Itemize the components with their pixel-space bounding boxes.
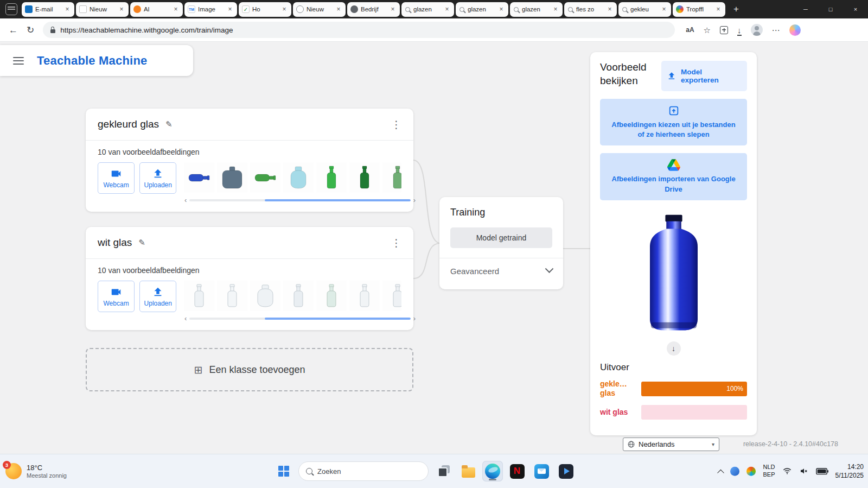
kebab-menu-icon[interactable]: ⋮ — [391, 118, 401, 131]
refresh-icon[interactable]: ↻ — [27, 26, 34, 35]
tab-close-icon[interactable]: × — [118, 5, 125, 13]
drive-import-button[interactable]: Afbeeldingen importeren van Google Drive — [600, 153, 747, 200]
browser-tab[interactable]: Nieuw× — [293, 2, 346, 17]
browser-tab[interactable]: E-mail× — [22, 2, 74, 17]
tab-close-icon[interactable]: × — [280, 5, 288, 13]
url-field[interactable]: https://teachablemachine.withgoogle.com/… — [43, 22, 675, 38]
copilot-icon[interactable] — [789, 24, 801, 36]
tab-close-icon[interactable]: × — [226, 5, 234, 13]
scroll-left-icon[interactable]: ‹ — [184, 315, 187, 322]
sample-image[interactable] — [184, 162, 214, 193]
scroll-right-icon[interactable]: › — [413, 315, 416, 322]
back-icon[interactable]: ← — [9, 26, 18, 35]
sample-image[interactable] — [217, 162, 247, 193]
sample-image[interactable] — [250, 162, 280, 193]
window-maximize-button[interactable]: □ — [818, 0, 843, 18]
tab-close-icon[interactable]: × — [606, 5, 614, 13]
volume-mute-icon[interactable] — [799, 467, 809, 476]
export-model-button[interactable]: Model exporteren — [661, 61, 747, 91]
collections-icon[interactable] — [720, 26, 728, 34]
sample-image[interactable] — [184, 281, 214, 311]
taskbar-clock[interactable]: 14:20 5/11/2025 — [835, 462, 864, 480]
tab-close-icon[interactable]: × — [389, 5, 397, 13]
window-minimize-button[interactable]: ─ — [793, 0, 818, 18]
url-text[interactable]: https://teachablemachine.withgoogle.com/… — [60, 26, 233, 34]
sample-image[interactable] — [217, 281, 247, 311]
webcam-button[interactable]: Webcam — [98, 162, 135, 194]
browser-tab[interactable]: Image× — [184, 2, 237, 17]
upload-button[interactable]: Uploaden — [139, 162, 176, 194]
new-tab-button[interactable]: + — [730, 3, 743, 16]
tab-actions-icon[interactable] — [5, 3, 17, 15]
scrollbar-thumb[interactable] — [265, 318, 411, 320]
tray-app-icon-2[interactable] — [746, 467, 756, 476]
tab-close-icon[interactable]: × — [63, 5, 71, 13]
sample-image[interactable] — [250, 281, 280, 311]
sample-image[interactable] — [349, 281, 380, 311]
tab-close-icon[interactable]: × — [172, 5, 180, 13]
window-close-button[interactable]: × — [843, 0, 868, 18]
scrollbar-thumb[interactable] — [265, 199, 411, 201]
text-size-icon[interactable]: aA — [686, 27, 694, 33]
browser-tab[interactable]: glazen× — [456, 2, 508, 17]
browser-tab[interactable]: gekleu× — [618, 2, 671, 17]
input-language-indicator[interactable]: NLD BEP — [763, 464, 775, 479]
profile-avatar[interactable] — [751, 24, 763, 36]
browser-tab[interactable]: Bedrijf× — [347, 2, 400, 17]
start-button[interactable] — [274, 461, 293, 481]
kebab-menu-icon[interactable]: ⋮ — [391, 237, 401, 249]
scroll-right-icon[interactable]: › — [413, 197, 416, 204]
tab-close-icon[interactable]: × — [335, 5, 342, 13]
sample-image[interactable] — [349, 162, 380, 193]
sample-thumbnails — [184, 281, 401, 311]
sample-image[interactable] — [283, 162, 314, 193]
sample-image[interactable] — [316, 162, 347, 193]
edit-pencil-icon[interactable]: ✎ — [165, 119, 173, 129]
taskbar-search[interactable]: Zoeken — [298, 461, 429, 481]
edit-pencil-icon[interactable]: ✎ — [138, 238, 145, 248]
netflix-button[interactable]: N — [507, 461, 527, 481]
browser-tab[interactable]: Al× — [130, 2, 183, 17]
sample-image[interactable] — [316, 281, 347, 311]
tab-close-icon[interactable]: × — [714, 5, 722, 13]
dropdown-arrow-icon: ▾ — [712, 441, 714, 447]
edge-browser-button[interactable] — [482, 461, 503, 481]
file-drop-zone[interactable]: Afbeeldingen kiezen uit je bestanden of … — [600, 99, 747, 145]
favorite-star-icon[interactable]: ☆ — [704, 26, 711, 34]
outlook-button[interactable] — [531, 461, 552, 481]
thumbnail-scrollbar[interactable] — [189, 199, 410, 201]
language-selector[interactable]: Nederlands ▾ — [623, 438, 719, 451]
sample-image[interactable] — [283, 281, 314, 311]
sample-image[interactable] — [382, 281, 401, 311]
tab-close-icon[interactable]: × — [443, 5, 451, 13]
task-view-button[interactable] — [433, 461, 454, 481]
battery-icon[interactable] — [816, 468, 828, 475]
browser-tab[interactable]: Ho× — [239, 2, 291, 17]
wifi-icon[interactable] — [782, 467, 792, 476]
media-app-button[interactable] — [556, 461, 576, 481]
hamburger-menu-icon[interactable] — [13, 57, 24, 65]
tab-close-icon[interactable]: × — [497, 5, 505, 13]
download-icon[interactable]: ↓ — [737, 26, 742, 34]
browser-tab[interactable]: glazen× — [401, 2, 454, 17]
sample-image[interactable] — [382, 162, 401, 193]
advanced-row[interactable]: Geavanceerd — [450, 258, 552, 276]
train-model-button[interactable]: Model getraind — [450, 227, 552, 248]
browser-tab[interactable]: fles zo× — [564, 2, 617, 17]
browser-tab[interactable]: Nieuw× — [76, 2, 129, 17]
scroll-down-button[interactable]: ↓ — [667, 341, 681, 356]
tray-chevron-up-icon[interactable] — [718, 469, 725, 476]
tab-close-icon[interactable]: × — [660, 5, 668, 13]
file-explorer-button[interactable] — [458, 461, 478, 481]
scroll-left-icon[interactable]: ‹ — [184, 197, 187, 204]
tray-app-icon-1[interactable] — [730, 467, 739, 476]
browser-tab[interactable]: Tropffl× — [673, 2, 725, 17]
weather-widget[interactable]: 3 18°C Meestal zonnig — [5, 463, 67, 479]
more-menu-icon[interactable]: ⋯ — [772, 26, 780, 34]
add-class-button[interactable]: ⊞ Een klasse toevoegen — [86, 348, 413, 391]
upload-button[interactable]: Uploaden — [139, 281, 176, 312]
tab-close-icon[interactable]: × — [552, 5, 559, 13]
webcam-button[interactable]: Webcam — [98, 281, 135, 312]
thumbnail-scrollbar[interactable] — [189, 318, 410, 320]
browser-tab[interactable]: glazen× — [510, 2, 563, 17]
